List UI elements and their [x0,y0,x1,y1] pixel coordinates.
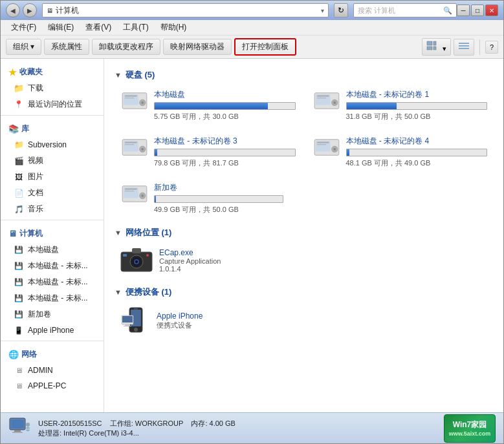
drive-item-vol4[interactable]: 本地磁盘 - 未标记的卷 4 48.1 GB 可用，共 49.0 GB [307,131,494,173]
computer-icon: 🖥 [8,229,17,238]
network-section-header[interactable]: ▼ 网络位置 (1) [115,227,493,238]
svg-rect-51 [125,324,130,326]
help-button[interactable]: ? [485,41,498,54]
svg-rect-12 [125,98,134,98]
hard-disks-header[interactable]: ▼ 硬盘 (5) [115,69,493,81]
open-control-panel-button[interactable]: 打开控制面板 [234,38,296,56]
sidebar-item-download[interactable]: 📁 下载 [1,80,104,96]
library-group-label[interactable]: 📚 库 [1,118,104,137]
library-icon: 📚 [8,124,19,134]
menu-edit[interactable]: 编辑(E) [43,21,79,34]
favorites-group-label[interactable]: ★ 收藏夹 [1,61,104,80]
svg-rect-52 [124,326,131,326]
sidebar-item-subversion[interactable]: 📁 Subversion [1,137,104,153]
svg-rect-23 [125,142,137,143]
address-bar[interactable]: 🖥 计算机 ▾ [42,3,329,17]
address-text: 计算机 [56,5,79,16]
svg-rect-54 [11,419,24,428]
network-device-item[interactable]: ECap.exe Capture Application 1.0.1.4 [115,242,493,279]
apple-pc-icon: 🖥 [14,381,24,391]
toolbar-right: ▾ ? [422,38,498,56]
drive-size-newvol: 49.9 GB 可用，共 50.0 GB [154,205,303,215]
map-drive-button[interactable]: 映射网络驱动器 [163,39,232,55]
sidebar-item-local-disk[interactable]: 💾 本地磁盘 [1,242,104,258]
sidebar-item-admin[interactable]: 🖥 ADMIN [1,363,104,378]
svg-rect-6 [459,48,469,49]
address-folder-icon: 🖥 [47,7,53,14]
portable-device-desc: 便携式设备 [157,321,203,330]
drive-item-local[interactable]: 本地磁盘 5.75 GB 可用，共 30.0 GB [115,85,301,126]
sidebar-item-recent[interactable]: 📍 最近访问的位置 [1,96,104,112]
menu-tools[interactable]: 工具(T) [118,21,153,34]
sidebar-item-video[interactable]: 🎬 视频 [1,153,104,169]
drive-icon-local [120,89,149,112]
drive-icon-vol1 [312,89,341,112]
address-dropdown-icon[interactable]: ▾ [321,7,324,14]
portable-device-info: Apple iPhone 便携式设备 [157,312,203,330]
close-button[interactable]: ✕ [485,5,498,16]
svg-rect-43 [123,254,127,257]
hdd-icon-1: 💾 [14,261,24,271]
hdd-icon-4: 💾 [14,310,24,320]
back-button[interactable]: ◀ [6,3,20,17]
svg-rect-50 [122,316,133,322]
drive-bar-vol3 [155,149,157,156]
svg-rect-5 [459,45,469,47]
menu-bar: 文件(F) 编辑(E) 查看(V) 工具(T) 帮助(H) [1,20,503,36]
camera-icon [120,247,153,274]
sidebar-item-newvol[interactable]: 💾 新加卷 [1,306,104,322]
view-details-button[interactable] [454,39,474,56]
drive-bar-newvol [155,196,156,202]
status-computer-name: USER-20150515SC 工作组: WORKGROUP 内存: 4.00 … [38,419,236,428]
portable-section-header[interactable]: ▼ 便携设备 (1) [115,286,493,298]
maximize-button[interactable]: □ [471,5,484,16]
svg-point-42 [135,260,138,263]
view-options-button[interactable]: ▾ [422,38,451,56]
sidebar-item-vol1[interactable]: 💾 本地磁盘 - 未标... [1,258,104,274]
sidebar-item-vol3[interactable]: 💾 本地磁盘 - 未标... [1,290,104,306]
minimize-button[interactable]: ─ [457,5,470,16]
portable-device-item[interactable]: Apple iPhone 便携式设备 [115,302,493,339]
menu-file[interactable]: 文件(F) [6,21,41,34]
drive-icon-vol4 [312,136,341,159]
drive-size-vol4: 48.1 GB 可用，共 49.0 GB [346,158,488,168]
svg-rect-18 [316,98,325,98]
refresh-button[interactable]: ↻ [334,3,348,17]
forward-button[interactable]: ▶ [23,3,37,17]
network-device-desc1: Capture Application [159,257,221,265]
computer-group-label[interactable]: 🖥 计算机 [1,223,104,242]
svg-rect-4 [459,43,469,44]
portable-device-name: Apple iPhone [157,312,203,321]
sidebar-item-vol2[interactable]: 💾 本地磁盘 - 未标... [1,274,104,290]
video-icon: 🎬 [14,156,24,166]
drive-name-vol4: 本地磁盘 - 未标记的卷 4 [346,136,488,147]
drive-progress-newvol [154,195,283,203]
sidebar-item-pictures[interactable]: 🖼 图片 [1,169,104,185]
sidebar-item-music[interactable]: 🎵 音乐 [1,201,104,217]
drive-info-vol3: 本地磁盘 - 未标记的卷 3 79.8 GB 可用，共 81.7 GB [154,136,296,168]
drive-info-vol4: 本地磁盘 - 未标记的卷 4 48.1 GB 可用，共 49.0 GB [346,136,488,168]
menu-help[interactable]: 帮助(H) [155,21,192,34]
svg-rect-48 [134,308,138,310]
sidebar-item-documents[interactable]: 📄 文档 [1,185,104,201]
search-bar[interactable]: 搜索 计算机 🔍 [353,3,457,17]
svg-point-16 [333,101,336,104]
toolbar-separator [479,39,480,55]
system-props-button[interactable]: 系统属性 [44,39,89,55]
organize-button[interactable]: 组织 ▾ [6,39,41,55]
content-area: ▼ 硬盘 (5) [104,59,503,412]
drive-name-vol3: 本地磁盘 - 未标记的卷 3 [154,136,296,147]
network-group-label[interactable]: 🌐 网络 [1,344,104,363]
drive-icon-vol3 [120,136,149,159]
drive-item-vol3[interactable]: 本地磁盘 - 未标记的卷 3 79.8 GB 可用，共 81.7 GB [115,131,301,173]
drive-item-newvol[interactable]: 新加卷 49.9 GB 可用，共 50.0 GB [115,178,309,219]
drive-name-vol1: 本地磁盘 - 未标记的卷 1 [346,89,488,100]
drive-item-vol1[interactable]: 本地磁盘 - 未标记的卷 1 31.8 GB 可用，共 50.0 GB [307,85,494,126]
network-arrow: ▼ [115,229,122,237]
sidebar-item-apple-pc[interactable]: 🖥 APPLE-PC [1,378,104,394]
menu-view[interactable]: 查看(V) [80,21,116,34]
drive-name-local: 本地磁盘 [154,89,296,100]
sidebar-item-iphone[interactable]: 📱 Apple iPhone [1,322,104,338]
drive-progress-vol4 [346,149,488,156]
uninstall-button[interactable]: 卸载或更改程序 [92,39,160,55]
